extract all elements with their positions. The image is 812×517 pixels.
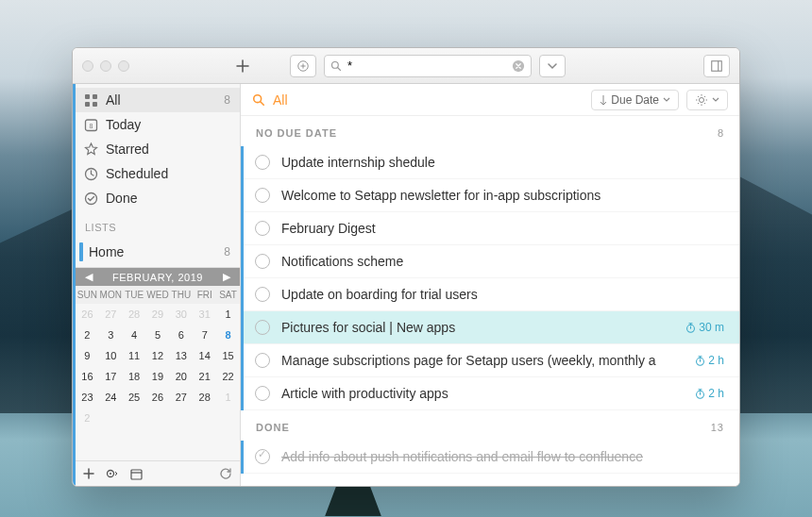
- cal-day[interactable]: 4: [123, 325, 146, 345]
- add-button[interactable]: [229, 55, 256, 77]
- list-item[interactable]: Home 8: [76, 237, 240, 267]
- cal-day[interactable]: 27: [99, 304, 123, 325]
- cal-prev-button[interactable]: ◀: [81, 271, 97, 283]
- sync-button[interactable]: [219, 467, 232, 480]
- sidebar-item-label: All: [106, 92, 121, 108]
- view-options-button[interactable]: [686, 90, 728, 110]
- sort-button[interactable]: Due Date: [591, 90, 679, 110]
- task-checkbox[interactable]: [255, 188, 270, 203]
- cal-day[interactable]: 30: [169, 304, 193, 325]
- cal-day[interactable]: 7: [193, 325, 216, 345]
- cal-day[interactable]: 22: [216, 366, 240, 387]
- cal-day[interactable]: 13: [169, 345, 193, 366]
- sidebar-item-scheduled[interactable]: Scheduled: [76, 161, 240, 186]
- task-row[interactable]: Article with productivity apps 2 h: [244, 377, 739, 410]
- task-checkbox[interactable]: [255, 287, 270, 302]
- task-row[interactable]: Welcome to Setapp newsletter for in-app …: [244, 179, 739, 212]
- cal-day[interactable]: 12: [146, 345, 170, 366]
- task-checkbox[interactable]: [255, 155, 270, 170]
- svg-rect-3: [712, 60, 722, 71]
- cal-day[interactable]: 10: [99, 345, 123, 366]
- cal-day[interactable]: 26: [76, 304, 99, 325]
- search-field[interactable]: [347, 58, 506, 73]
- cal-day[interactable]: 15: [216, 345, 240, 366]
- svg-point-12: [85, 192, 96, 204]
- settings-button[interactable]: [106, 468, 119, 479]
- cal-day[interactable]: 11: [123, 345, 146, 366]
- cal-day[interactable]: 3: [99, 325, 123, 345]
- task-checkbox[interactable]: [255, 320, 270, 335]
- cal-day[interactable]: 16: [76, 366, 99, 387]
- sidebar-item-starred[interactable]: Starred: [76, 137, 240, 161]
- task-row[interactable]: Add info about push notifications and em…: [244, 441, 739, 474]
- section-header: DONE13: [241, 410, 739, 441]
- cal-day[interactable]: 29: [146, 304, 170, 325]
- sidebar: All 88 Today Starred Scheduled Done LIST…: [73, 84, 241, 486]
- clock-icon: [83, 166, 98, 181]
- svg-rect-8: [93, 102, 97, 107]
- cal-day[interactable]: 6: [169, 325, 193, 345]
- cal-day[interactable]: 2: [76, 325, 99, 345]
- cal-day[interactable]: 1: [216, 387, 240, 408]
- svg-rect-7: [85, 102, 90, 107]
- cal-day[interactable]: 9: [76, 345, 99, 366]
- quick-entry-button[interactable]: [290, 55, 316, 77]
- cal-day[interactable]: 14: [193, 345, 216, 366]
- task-row[interactable]: Notifications scheme: [244, 245, 739, 278]
- list-item-label: Home: [89, 244, 124, 259]
- add-list-button[interactable]: [83, 468, 94, 479]
- calendar-day-icon: 8: [83, 117, 98, 132]
- chevron-down-icon: [663, 96, 670, 104]
- cal-day[interactable]: 19: [146, 366, 170, 387]
- cal-day[interactable]: 2: [76, 408, 99, 428]
- cal-next-button[interactable]: ▶: [219, 271, 235, 283]
- sidebar-item-all[interactable]: All 8: [76, 88, 240, 112]
- search-input[interactable]: [324, 55, 532, 77]
- search-history-button[interactable]: [539, 55, 566, 77]
- cal-day[interactable]: 17: [99, 366, 123, 387]
- cal-day[interactable]: 31: [193, 304, 216, 325]
- cal-day[interactable]: 23: [76, 387, 99, 408]
- chevron-down-icon: [712, 96, 719, 104]
- cal-day[interactable]: 26: [146, 387, 170, 408]
- cal-day[interactable]: 24: [99, 387, 123, 408]
- zoom-icon[interactable]: [118, 60, 129, 72]
- cal-day[interactable]: 21: [193, 366, 216, 387]
- main-header: All Due Date: [241, 84, 739, 116]
- list-item-count: 8: [224, 245, 230, 258]
- cal-day[interactable]: 28: [123, 304, 146, 325]
- window-controls[interactable]: [82, 60, 129, 72]
- svg-line-24: [704, 103, 705, 104]
- cal-day[interactable]: 27: [169, 387, 193, 408]
- cal-day[interactable]: 8: [216, 325, 240, 345]
- sidebar-item-today[interactable]: 8 Today: [76, 112, 240, 137]
- cal-day[interactable]: 1: [216, 304, 240, 325]
- section-header: NO DUE DATE8: [241, 116, 739, 146]
- clear-search-icon[interactable]: [512, 59, 525, 73]
- task-checkbox[interactable]: [255, 353, 270, 368]
- cal-day[interactable]: 18: [123, 366, 146, 387]
- cal-day[interactable]: 5: [146, 325, 170, 345]
- task-row[interactable]: Manage subscriptions page for Setapp use…: [244, 344, 739, 377]
- task-title: Welcome to Setapp newsletter for in-app …: [281, 188, 724, 203]
- calendar-toggle-button[interactable]: [130, 468, 143, 480]
- task-row[interactable]: Update internship shedule: [244, 146, 739, 179]
- task-checkbox[interactable]: [255, 449, 270, 464]
- toggle-detail-button[interactable]: [703, 55, 730, 77]
- cal-day[interactable]: 28: [193, 387, 216, 408]
- sun-icon: [695, 93, 708, 107]
- task-checkbox[interactable]: [255, 254, 270, 269]
- task-checkbox[interactable]: [255, 221, 270, 236]
- cal-day[interactable]: 20: [169, 366, 193, 387]
- close-icon[interactable]: [82, 60, 93, 72]
- task-row[interactable]: February Digest: [244, 212, 739, 245]
- task-row[interactable]: Update on boarding for trial users: [244, 278, 739, 311]
- sidebar-item-done[interactable]: Done: [76, 186, 240, 210]
- minimize-icon[interactable]: [100, 60, 111, 72]
- cal-day[interactable]: 25: [123, 387, 146, 408]
- svg-rect-6: [93, 94, 97, 99]
- task-checkbox[interactable]: [255, 386, 270, 401]
- main-panel: All Due Date NO DUE DATE8 Update interns…: [241, 84, 739, 486]
- task-row[interactable]: Pictures for social | New apps 30 m: [244, 311, 739, 344]
- task-duration: 2 h: [695, 354, 724, 367]
